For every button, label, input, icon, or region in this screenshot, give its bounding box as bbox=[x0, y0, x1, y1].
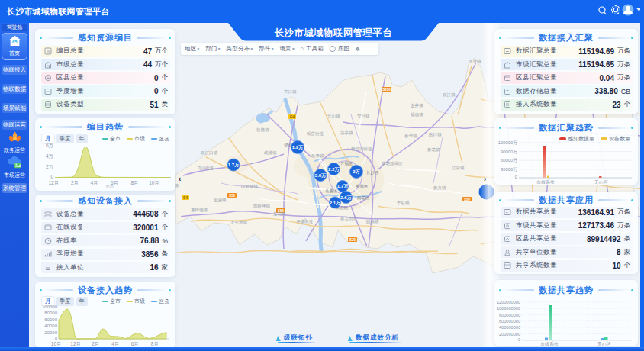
svg-text:20000: 20000 bbox=[44, 330, 57, 335]
svg-text:S50: S50 bbox=[464, 198, 471, 201]
svg-text:干杉镇: 干杉镇 bbox=[397, 201, 410, 205]
svg-text:1.7万: 1.7万 bbox=[228, 163, 239, 168]
svg-text:3.6万: 3.6万 bbox=[315, 173, 326, 179]
svg-text:30000万: 30000万 bbox=[501, 167, 517, 172]
svg-text:100000: 100000 bbox=[42, 304, 58, 309]
svg-text:芙蓉区: 芙蓉区 bbox=[356, 184, 369, 188]
svg-text:3万: 3万 bbox=[353, 169, 359, 175]
svg-text:10月: 10月 bbox=[149, 180, 159, 186]
svg-text:北山镇: 北山镇 bbox=[327, 114, 340, 119]
svg-text:1200000000: 1200000000 bbox=[497, 300, 520, 304]
svg-text:6万: 6万 bbox=[46, 143, 54, 148]
svg-text:S50: S50 bbox=[229, 194, 236, 198]
svg-text:2.2万: 2.2万 bbox=[328, 167, 339, 172]
svg-text:乔口镇: 乔口镇 bbox=[284, 89, 297, 95]
svg-text:S20: S20 bbox=[349, 238, 356, 242]
svg-text:时间: 时间 bbox=[106, 183, 114, 188]
svg-text:长沙县: 长沙县 bbox=[366, 170, 379, 176]
svg-text:8月: 8月 bbox=[151, 341, 159, 346]
svg-text:120000万: 120000万 bbox=[498, 140, 517, 145]
svg-text:市级系统: 市级系统 bbox=[536, 179, 555, 185]
svg-text:靖港镇: 靖港镇 bbox=[264, 150, 277, 156]
svg-text:茶亭镇: 茶亭镇 bbox=[340, 130, 353, 135]
svg-text:双江口镇: 双江口镇 bbox=[200, 150, 218, 156]
svg-text:暮云街道: 暮云街道 bbox=[340, 216, 358, 221]
svg-text:2.6万: 2.6万 bbox=[340, 195, 351, 201]
svg-text:天心区: 天心区 bbox=[597, 341, 611, 346]
svg-text:白箬铺镇: 白箬铺镇 bbox=[241, 184, 259, 189]
svg-text:格塘镇: 格塘镇 bbox=[256, 127, 269, 133]
svg-text:夏铎铺镇: 夏铎铺镇 bbox=[191, 208, 208, 213]
svg-text:2万: 2万 bbox=[46, 164, 54, 169]
svg-text:1.7万: 1.7万 bbox=[337, 184, 348, 189]
svg-text:4万: 4万 bbox=[46, 153, 54, 159]
svg-text:6月: 6月 bbox=[131, 341, 139, 346]
svg-text:1.9万: 1.9万 bbox=[292, 145, 303, 150]
svg-text:1000000000: 1000000000 bbox=[497, 306, 520, 311]
svg-text:4月: 4月 bbox=[111, 341, 119, 346]
svg-text:600000000: 600000000 bbox=[499, 319, 520, 324]
svg-text:桥驿镇: 桥驿镇 bbox=[311, 153, 324, 159]
svg-text:60000: 60000 bbox=[44, 317, 57, 322]
svg-text:乌山街道: 乌山街道 bbox=[197, 166, 214, 171]
svg-text:天心区: 天心区 bbox=[594, 179, 608, 185]
svg-text:8月: 8月 bbox=[130, 180, 138, 186]
svg-text:江背镇: 江背镇 bbox=[452, 166, 465, 171]
svg-text:安沙镇: 安沙镇 bbox=[357, 114, 370, 119]
svg-text:2月: 2月 bbox=[71, 180, 79, 186]
svg-text:市级系统: 市级系统 bbox=[540, 341, 559, 346]
svg-text:黄兴镇: 黄兴镇 bbox=[433, 185, 446, 190]
svg-text:80000: 80000 bbox=[44, 311, 57, 315]
svg-text:400000000: 400000000 bbox=[499, 325, 520, 330]
svg-text:开慧镇: 开慧镇 bbox=[469, 59, 481, 63]
svg-text:200000000: 200000000 bbox=[499, 332, 520, 337]
svg-text:金井镇: 金井镇 bbox=[411, 103, 423, 108]
svg-text:春华镇: 春华镇 bbox=[404, 134, 417, 138]
svg-text:0: 0 bbox=[518, 337, 520, 342]
svg-text:黄花镇: 黄花镇 bbox=[427, 147, 440, 153]
svg-text:跳马镇: 跳马镇 bbox=[366, 219, 379, 224]
svg-text:10月: 10月 bbox=[51, 341, 62, 346]
svg-text:12月: 12月 bbox=[49, 180, 60, 186]
svg-text:0: 0 bbox=[50, 174, 53, 179]
svg-text:坪塘街道: 坪塘街道 bbox=[296, 219, 314, 224]
svg-text:双江镇: 双江镇 bbox=[442, 92, 456, 98]
svg-text:岳麓区: 岳麓区 bbox=[325, 188, 338, 194]
svg-text:长沙市城域物联网管理平台: 长沙市城域物联网管理平台 bbox=[275, 27, 393, 38]
svg-text:雨敞坪镇: 雨敞坪镇 bbox=[253, 204, 271, 209]
svg-text:福临镇: 福临镇 bbox=[411, 112, 423, 118]
svg-text:莲花镇: 莲花镇 bbox=[273, 211, 286, 217]
svg-text:黄花综保区: 黄花综保区 bbox=[382, 161, 403, 166]
svg-text:0: 0 bbox=[515, 175, 517, 179]
svg-text:90000万: 90000万 bbox=[501, 150, 517, 154]
svg-text:40000: 40000 bbox=[44, 324, 57, 328]
svg-text:金洲镇: 金洲镇 bbox=[214, 198, 227, 203]
svg-text:2.1万: 2.1万 bbox=[330, 201, 340, 206]
svg-text:青竹湖街道: 青竹湖街道 bbox=[351, 147, 372, 152]
svg-text:2月: 2月 bbox=[92, 341, 99, 346]
svg-text:4月: 4月 bbox=[90, 180, 98, 186]
svg-text:60000万: 60000万 bbox=[501, 158, 517, 163]
svg-text:G4: G4 bbox=[290, 115, 295, 119]
svg-text:路口镇: 路口镇 bbox=[429, 132, 442, 137]
svg-text:雨花区: 雨花区 bbox=[357, 195, 370, 201]
svg-text:S206: S206 bbox=[382, 88, 391, 92]
svg-text:G4: G4 bbox=[183, 196, 188, 200]
svg-text:开福区: 开福区 bbox=[340, 161, 353, 166]
svg-text:铜官街道: 铜官街道 bbox=[307, 131, 324, 137]
svg-text:大屯营镇: 大屯营镇 bbox=[230, 220, 248, 225]
svg-text:800000000: 800000000 bbox=[499, 313, 520, 317]
svg-text:12月: 12月 bbox=[70, 341, 81, 346]
